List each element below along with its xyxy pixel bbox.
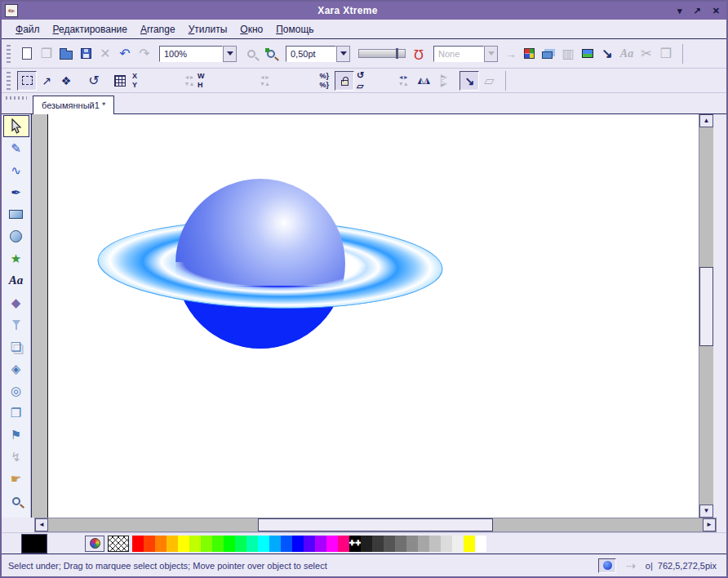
flip-vertical-button[interactable]: ◭◮: [433, 71, 453, 91]
delete-button[interactable]: ✕: [95, 44, 115, 64]
color-swatch[interactable]: [441, 536, 452, 552]
rotate-mode-button[interactable]: ↺: [84, 71, 104, 91]
live-effects-tool[interactable]: ↯: [3, 446, 29, 468]
menu-item-файл[interactable]: Файл: [10, 21, 46, 38]
color-swatch[interactable]: [304, 536, 315, 552]
zoom-tool[interactable]: [3, 490, 29, 512]
color-swatch[interactable]: [235, 536, 246, 552]
drawing-canvas[interactable]: [31, 114, 699, 518]
snap-indicator[interactable]: [598, 558, 616, 573]
open-button[interactable]: [56, 44, 76, 64]
layer-gallery-button[interactable]: [539, 44, 558, 64]
color-swatch[interactable]: [361, 536, 372, 552]
toolbar-grip[interactable]: [7, 45, 11, 63]
feather-combo[interactable]: None: [433, 46, 498, 62]
template-button[interactable]: ❐: [37, 44, 56, 64]
zoom-dropdown-button[interactable]: [223, 46, 237, 62]
color-swatch[interactable]: [418, 536, 429, 552]
horizontal-scroll-track[interactable]: [48, 518, 703, 531]
scroll-down-button[interactable]: ▼: [699, 505, 713, 518]
scroll-up-button[interactable]: ▲: [699, 114, 713, 127]
rotation-nudge-arrows[interactable]: ◂▸ ▾▴: [399, 74, 407, 87]
selector-tool[interactable]: [3, 115, 29, 137]
fill-gallery-button[interactable]: [578, 44, 597, 64]
previous-zoom-button[interactable]: [242, 44, 261, 64]
color-swatch[interactable]: [429, 536, 441, 552]
window-menu-button[interactable]: ✎: [5, 4, 18, 17]
feather-slider[interactable]: [358, 49, 406, 58]
color-swatch[interactable]: [464, 536, 475, 552]
title-bar[interactable]: ✎ Xara Xtreme ▾ ↗ ✕: [2, 2, 726, 20]
feather-dropdown-button[interactable]: [484, 46, 498, 62]
color-swatch[interactable]: [258, 536, 269, 552]
bitmap-gallery-button[interactable]: ▥: [558, 44, 578, 64]
blend-tool[interactable]: ❐: [3, 402, 29, 424]
maximize-button[interactable]: ↗: [694, 7, 701, 16]
color-swatch[interactable]: [292, 536, 304, 552]
lock-aspect-toggle[interactable]: [335, 71, 354, 91]
color-swatch[interactable]: [384, 536, 395, 552]
quickshape-tool[interactable]: ★: [3, 247, 29, 269]
marquee-select-toggle[interactable]: [17, 71, 37, 91]
color-swatch[interactable]: [315, 536, 326, 552]
zoom-to-drawing-button[interactable]: [261, 44, 281, 64]
transparency-tool[interactable]: [3, 313, 29, 336]
toolbar-grip[interactable]: [7, 72, 11, 90]
vertical-scroll-track[interactable]: [699, 127, 713, 505]
color-swatch[interactable]: [395, 536, 406, 552]
shadow-tool[interactable]: ❏: [3, 336, 29, 358]
zoom-combo[interactable]: 100%: [159, 46, 237, 62]
vertical-scrollbar[interactable]: ▲ ▼: [699, 114, 713, 518]
no-color-swatch[interactable]: [108, 536, 129, 552]
color-swatch[interactable]: [406, 536, 418, 552]
clipart-gallery-button[interactable]: ✂: [637, 44, 656, 64]
color-swatch[interactable]: [224, 536, 235, 552]
undo-button[interactable]: ↶: [115, 44, 135, 64]
horizontal-scrollbar[interactable]: ◄ ►: [34, 518, 717, 532]
menu-item-редактирование[interactable]: Редактирование: [47, 21, 133, 38]
menu-item-помощь[interactable]: Помощь: [270, 21, 319, 38]
color-swatch[interactable]: [178, 536, 189, 552]
color-swatch[interactable]: [452, 536, 464, 552]
color-swatch[interactable]: [246, 536, 258, 552]
color-swatch[interactable]: [281, 536, 292, 552]
designs-gallery-button[interactable]: ❒: [656, 44, 676, 64]
color-gallery-button[interactable]: [519, 44, 539, 64]
save-button[interactable]: [76, 44, 95, 64]
transform-origin-grid[interactable]: [110, 71, 130, 91]
scroll-left-button[interactable]: ◄: [35, 518, 48, 531]
apply-tag-button[interactable]: ▱: [479, 71, 499, 91]
width-nudge-arrows[interactable]: ◂▸ ▾▴: [185, 74, 193, 87]
line-width-combo[interactable]: 0,50pt: [286, 46, 350, 62]
fill-tool[interactable]: ◆: [3, 291, 29, 313]
ellipse-tool[interactable]: [3, 225, 29, 247]
text-tool[interactable]: Aa: [3, 269, 29, 291]
close-button[interactable]: ✕: [712, 7, 720, 16]
contour-tool[interactable]: ◎: [3, 380, 29, 402]
bevel-tool[interactable]: ◈: [3, 358, 29, 380]
color-swatch[interactable]: ✚✚: [349, 536, 361, 552]
flip-horizontal-button[interactable]: ◭◮: [414, 71, 433, 91]
color-swatch[interactable]: [326, 536, 338, 552]
scale-nudge-arrows[interactable]: ◂▸ ▾▴: [261, 74, 269, 87]
move-selection-button[interactable]: ↗: [37, 71, 56, 91]
pen-tool[interactable]: ✒: [3, 181, 29, 203]
color-swatch[interactable]: [475, 536, 486, 552]
horizontal-scroll-thumb[interactable]: [258, 518, 494, 531]
color-swatch[interactable]: [269, 536, 281, 552]
minimize-button[interactable]: ▾: [677, 7, 682, 16]
freehand-tool[interactable]: ✎: [3, 137, 29, 159]
color-swatch[interactable]: [144, 536, 155, 552]
redo-button[interactable]: ↷: [135, 44, 154, 64]
line-gallery-button[interactable]: ↘: [597, 44, 617, 64]
shape-editor-tool[interactable]: ∿: [3, 159, 29, 181]
menu-item-окно[interactable]: Окно: [234, 21, 269, 38]
color-swatch[interactable]: [201, 536, 212, 552]
font-gallery-button[interactable]: Aa: [617, 44, 637, 64]
fill-interactive-button[interactable]: ❖: [56, 71, 76, 91]
color-swatch[interactable]: [189, 536, 201, 552]
vertical-scroll-thumb[interactable]: [699, 267, 713, 346]
scroll-right-button[interactable]: ►: [703, 518, 716, 531]
push-tool[interactable]: ☛: [3, 468, 29, 490]
toolbox-grip[interactable]: [2, 93, 31, 113]
